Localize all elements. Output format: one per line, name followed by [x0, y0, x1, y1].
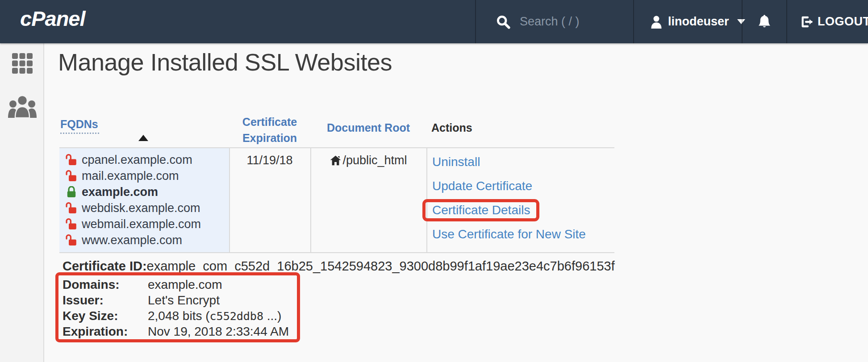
- document-root-cell: /public_html: [310, 154, 426, 167]
- unlocked-red-icon: [66, 170, 77, 182]
- certificate-details-link[interactable]: Certificate Details: [432, 203, 530, 217]
- fqdn-entry: webdisk.example.com: [66, 200, 229, 216]
- page-title: Manage Installed SSL Websites: [58, 48, 392, 76]
- unlocked-red-icon: [66, 218, 77, 230]
- update-certificate-link[interactable]: Update Certificate: [432, 179, 532, 193]
- fqdn-cell: cpanel.example.com mail.example.com exam…: [59, 148, 229, 252]
- logout-icon: [800, 15, 814, 29]
- column-header-cert-expiration[interactable]: Certificate Expiration: [229, 114, 310, 146]
- locked-green-icon: [66, 186, 77, 198]
- fqdn-entry: www.example.com: [66, 232, 229, 248]
- fqdn-entry: webmail.example.com: [66, 216, 229, 232]
- detail-row-expiration: Expiration: Nov 19, 2018 2:33:44 AM: [63, 324, 297, 339]
- fqdn-entry: mail.example.com: [66, 168, 229, 184]
- unlocked-red-icon: [66, 234, 77, 246]
- certificate-id-label: Certificate ID:: [63, 259, 147, 273]
- detail-row-domains: Domains: example.com: [63, 277, 297, 292]
- notifications-button[interactable]: [742, 0, 786, 43]
- left-sidebar: [0, 43, 44, 362]
- document-root-path: /public_html: [342, 154, 407, 167]
- search-placeholder: Search ( / ): [520, 15, 580, 29]
- unlocked-red-icon: [66, 154, 77, 166]
- cpanel-logo[interactable]: cPanel: [20, 6, 85, 31]
- certificate-id-value: example_com_c552d_16b25_1542594823_9300d…: [147, 259, 615, 273]
- logout-button[interactable]: LOGOUT: [786, 0, 868, 43]
- fqdn-entry: cpanel.example.com: [66, 152, 229, 168]
- unlocked-red-icon: [66, 202, 77, 214]
- table-row-divider: [59, 252, 614, 253]
- cert-expiration-cell: 11/19/18: [229, 154, 310, 167]
- bell-icon: [757, 14, 772, 29]
- sidebar-item-users[interactable]: [0, 95, 44, 118]
- top-navbar: cPanel Search ( / ) linodeuser: [0, 0, 868, 43]
- logout-label: LOGOUT: [818, 15, 868, 29]
- user-icon: [650, 15, 663, 29]
- key-fingerprint: c552ddb8: [210, 310, 263, 323]
- actions-cell: Uninstall Update Certificate Certificate…: [432, 150, 615, 246]
- username-label: linodeuser: [668, 15, 729, 29]
- certificate-id-line: Certificate ID:example_com_c552d_16b25_1…: [63, 259, 615, 274]
- grid-icon: [12, 53, 33, 74]
- sort-ascending-icon[interactable]: [138, 135, 148, 141]
- column-header-fqdns[interactable]: FQDNs: [60, 118, 99, 134]
- highlight-box-certificate-summary: Domains: example.com Issuer: Let's Encry…: [55, 272, 300, 342]
- detail-row-issuer: Issuer: Let's Encrypt: [63, 292, 297, 308]
- home-icon: [330, 154, 342, 166]
- use-certificate-new-site-link[interactable]: Use Certificate for New Site: [432, 227, 586, 241]
- uninstall-link[interactable]: Uninstall: [432, 155, 480, 169]
- highlight-box-certificate-details: Certificate Details: [422, 199, 539, 221]
- fqdn-entry-primary: example.com: [66, 184, 229, 200]
- column-header-actions: Actions: [431, 121, 472, 134]
- detail-row-key-size: Key Size: 2,048 bits (c552ddb8 ...): [63, 308, 297, 324]
- sidebar-item-home[interactable]: [0, 53, 44, 74]
- user-menu[interactable]: linodeuser: [633, 0, 742, 43]
- column-header-document-root[interactable]: Document Root: [310, 121, 426, 134]
- search-icon: [496, 14, 511, 29]
- user-group-icon: [8, 95, 37, 118]
- search-box[interactable]: Search ( / ): [475, 0, 633, 43]
- cpanel-screen: cPanel Search ( / ) linodeuser: [0, 0, 868, 362]
